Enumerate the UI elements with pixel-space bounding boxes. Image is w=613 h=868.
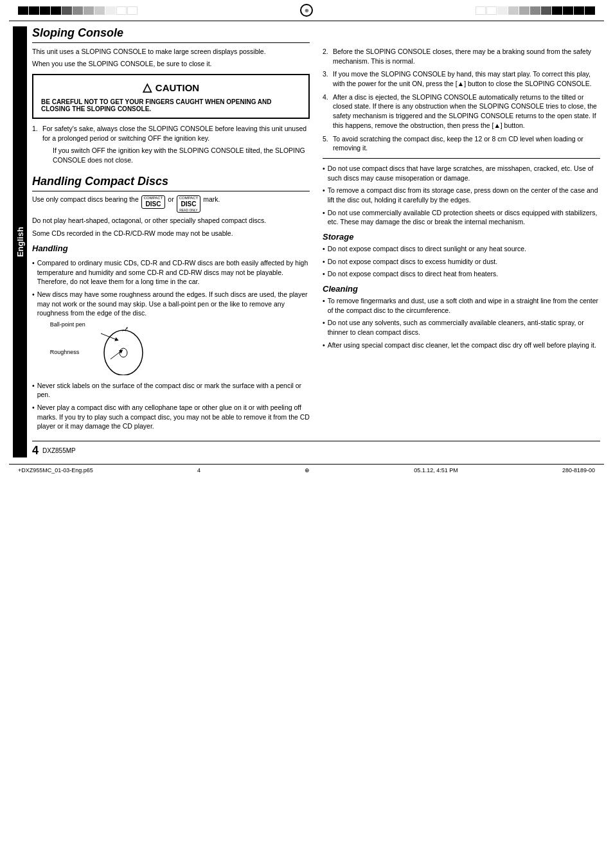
- ball-point-pen-label: Ball-point pen: [50, 321, 85, 329]
- bullet-dot: •: [323, 269, 325, 279]
- cleaning-bullet-list: • To remove fingermarks and dust, use a …: [323, 296, 600, 350]
- bar-cell: [574, 6, 584, 15]
- bar-cell: [18, 6, 28, 15]
- disc-diagram-area: Ball-point pen Roughness: [50, 321, 310, 378]
- bottom-bar: +DXZ955MC_01-03-Eng.p65 4 ⊕ 05.1.12, 4:5…: [9, 464, 604, 476]
- sloping-item-2-text: Before the SLOPING CONSOLE closes, there…: [333, 47, 600, 66]
- cleaning-bullet-2-text: Do not use any solvents, such as commerc…: [328, 318, 600, 337]
- storage-bullet-2: • Do not expose compact discs to excess …: [323, 257, 600, 267]
- handling-content-area: • Compared to ordinary music CDs, CD-R a…: [32, 256, 310, 434]
- caution-header: △ CAUTION: [41, 80, 301, 94]
- bar-cell: [105, 6, 116, 15]
- bullet-dot: •: [323, 296, 325, 315]
- center-circle-icon: ⊕: [300, 4, 313, 17]
- bar-cell: [585, 6, 595, 15]
- sloping-item-3-text: If you move the SLOPING CONSOLE by hand,…: [333, 69, 600, 88]
- list-num-2: 2.: [323, 47, 330, 66]
- disc-or-text: or: [168, 195, 173, 203]
- bar-cell: [563, 6, 573, 15]
- disc-intro-area: Use only compact discs bearing the COMPA…: [32, 195, 310, 213]
- bullet-dot: •: [32, 403, 35, 431]
- svg-point-1: [120, 348, 127, 357]
- sloping-item-1: 1. For safety's sake, always close the S…: [32, 124, 310, 167]
- sloping-intro-2: When you use the SLOPING CONSOLE, be sur…: [32, 59, 310, 69]
- disc-badge-2-top: COMPACT: [179, 196, 199, 200]
- storage-bullet-1-text: Do not expose compact discs to direct su…: [328, 244, 526, 254]
- bottom-center-page: 4: [197, 467, 200, 474]
- disc-svg-diagram: [88, 321, 146, 378]
- handling-bullet-2-text: New discs may have some roughness around…: [37, 290, 308, 317]
- bullet-dot: •: [323, 257, 325, 267]
- right-bullet-1-text: Do not use compact discs that have large…: [328, 164, 600, 182]
- bar-cell: [497, 6, 508, 15]
- cleaning-bullet-1-text: To remove fingermarks and dust, use a so…: [328, 296, 600, 315]
- left-checker-pattern: [18, 6, 138, 15]
- bullet-dot: •: [323, 186, 325, 204]
- bar-cell: [84, 6, 94, 15]
- roughness-label: Roughness: [50, 348, 85, 357]
- screw-symbol: ⊕: [305, 8, 309, 13]
- bar-cell: [541, 6, 551, 15]
- cleaning-bullet-3-text: After using special compact disc cleaner…: [328, 341, 596, 350]
- main-content-area: English Sloping Console This unit uses a…: [9, 21, 604, 457]
- bullet-dot: •: [323, 341, 325, 350]
- handling-bullet-4-text: Never play a compact disc with any cello…: [37, 403, 310, 431]
- handling-bullet-2: • New discs may have some roughness arou…: [32, 290, 310, 378]
- right-general-bullets: • Do not use compact discs that have lar…: [323, 164, 600, 227]
- page-wrapper: ⊕ English Sloping Con: [0, 0, 613, 476]
- bar-cell: [94, 6, 105, 15]
- disc-mark-label: mark.: [203, 195, 220, 203]
- diagram-labels-area: Ball-point pen Roughness: [50, 321, 85, 378]
- handling-section: Handling Compact Discs Use only compact …: [32, 175, 310, 434]
- bar-cell: [475, 6, 486, 15]
- disc-body-2: Some CDs recorded in the CD-R/CD-RW mode…: [32, 229, 310, 238]
- handling-compact-discs-title: Handling Compact Discs: [32, 175, 310, 191]
- disc-badge-1-main: DISC: [146, 200, 161, 208]
- disc-badge-2-main: DISC: [181, 200, 196, 208]
- bullet-dot: •: [323, 318, 325, 337]
- cleaning-bullet-3: • After using special compact disc clean…: [323, 341, 600, 350]
- sloping-items-2-5: 2. Before the SLOPING CONSOLE closes, th…: [323, 47, 600, 153]
- disc-diagram-svg: [88, 321, 146, 375]
- storage-bullet-2-text: Do not expose compact discs to excess hu…: [328, 257, 497, 267]
- sloping-item-1-text: For safety's sake, always close the SLOP…: [42, 124, 310, 167]
- right-bullet-2: • To remove a compact disc from its stor…: [323, 186, 600, 204]
- sloping-item-1-sub: If you switch OFF the ignition key with …: [53, 146, 310, 164]
- list-num-3: 3.: [323, 69, 330, 88]
- page-number-area: 4 DXZ855MP: [32, 441, 600, 457]
- right-column: 2. Before the SLOPING CONSOLE closes, th…: [323, 26, 600, 434]
- disc-badge-2-bottom: READ ONLY: [179, 208, 198, 212]
- bottom-center-symbol: ⊕: [305, 467, 310, 474]
- sloping-numbered-list: 1. For safety's sake, always close the S…: [32, 124, 310, 167]
- sloping-console-title: Sloping Console: [32, 26, 310, 43]
- sloping-item-5: 5. To avoid scratching the compact disc,…: [323, 134, 600, 153]
- disc-badge-1: COMPACT DISC: [141, 195, 166, 209]
- bullet-dot: •: [323, 164, 325, 182]
- list-num-5: 5.: [323, 134, 330, 153]
- divider-line-1: [323, 158, 600, 159]
- left-column: Sloping Console This unit uses a SLOPING…: [32, 26, 310, 434]
- handling-subtitle: Handling: [32, 244, 310, 253]
- bottom-far-right: 280-8189-00: [562, 467, 595, 474]
- page-model: DXZ855MP: [42, 447, 76, 454]
- sloping-item-4-text: After a disc is ejected, the SLOPING CON…: [333, 93, 600, 130]
- handling-bullets-area: • Compared to ordinary music CDs, CD-R a…: [32, 256, 310, 434]
- handling-bullet-2-content: New discs may have some roughness around…: [37, 290, 310, 378]
- bar-cell: [51, 6, 61, 15]
- caution-triangle-icon: △: [143, 80, 152, 94]
- document-content: Sloping Console This unit uses a SLOPING…: [32, 26, 600, 457]
- bullet-dot: •: [32, 381, 35, 400]
- bar-cell: [552, 6, 562, 15]
- disc-badge-2: COMPACT DISC READ ONLY: [177, 195, 201, 213]
- bar-cell: [486, 6, 497, 15]
- storage-bullet-3-text: Do not expose compact discs to direct he…: [328, 269, 499, 279]
- disc-badge-1-top: COMPACT: [144, 196, 163, 200]
- two-column-layout: Sloping Console This unit uses a SLOPING…: [32, 26, 600, 434]
- right-checker-pattern: [475, 6, 595, 15]
- storage-bullet-3: • Do not expose compact discs to direct …: [323, 269, 600, 279]
- page-number: 4: [32, 444, 39, 457]
- cleaning-bullet-1: • To remove fingermarks and dust, use a …: [323, 296, 600, 315]
- list-num-4: 4.: [323, 93, 330, 130]
- bar-cell: [29, 6, 39, 15]
- bullet-dot: •: [32, 258, 35, 287]
